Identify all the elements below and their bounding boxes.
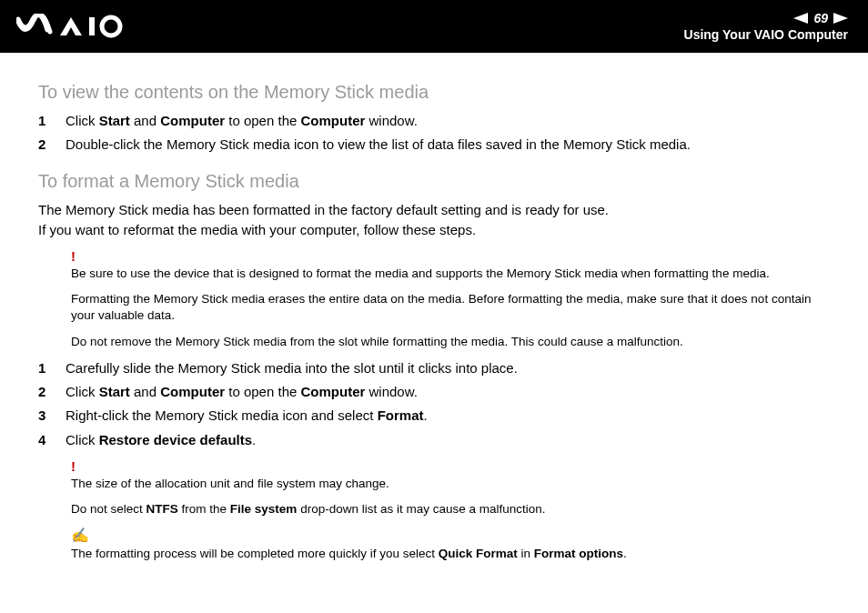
note-text: The formatting process will be completed… <box>71 546 832 562</box>
step-text: Click Start and Computer to open the Com… <box>66 112 418 130</box>
step-number: 1 <box>38 112 51 130</box>
step-text: Double-click the Memory Stick media icon… <box>66 136 691 154</box>
step-number: 1 <box>38 359 51 377</box>
list-item: 2 Click Start and Computer to open the C… <box>38 383 832 401</box>
step-text: Click Start and Computer to open the Com… <box>66 383 418 401</box>
steps-view: 1 Click Start and Computer to open the C… <box>38 112 832 155</box>
warning-icon: ! <box>71 248 832 264</box>
warning-text: The size of the allocation unit and file… <box>71 476 832 492</box>
intro-line-2: If you want to reformat the media with y… <box>38 221 832 239</box>
warning-block-1: ! Be sure to use the device that is desi… <box>71 248 832 350</box>
list-item: 1 Carefully slide the Memory Stick media… <box>38 359 832 377</box>
vaio-logo <box>16 14 126 39</box>
step-text: Click Restore device defaults. <box>66 431 256 449</box>
prev-page-arrow-icon[interactable] <box>793 13 808 24</box>
step-number: 3 <box>38 407 51 425</box>
header-bar: 69 Using Your VAIO Computer <box>0 0 868 53</box>
page-number: 69 <box>813 11 828 25</box>
section-title-format: To format a Memory Stick media <box>38 171 832 192</box>
step-text: Right-click the Memory Stick media icon … <box>66 407 428 425</box>
warning-text: Formatting the Memory Stick media erases… <box>71 291 832 324</box>
next-page-arrow-icon[interactable] <box>833 13 848 24</box>
warning-text: Be sure to use the device that is design… <box>71 266 832 282</box>
page-content: To view the contents on the Memory Stick… <box>0 53 868 599</box>
warning-icon: ! <box>71 458 832 474</box>
step-number: 2 <box>38 136 51 154</box>
step-number: 2 <box>38 383 51 401</box>
section-title-view: To view the contents on the Memory Stick… <box>38 82 832 103</box>
svg-marker-5 <box>833 13 848 24</box>
list-item: 1 Click Start and Computer to open the C… <box>38 112 832 130</box>
list-item: 3 Right-click the Memory Stick media ico… <box>38 407 832 425</box>
svg-point-3 <box>102 17 120 35</box>
warning-text: Do not remove the Memory Stick media fro… <box>71 334 832 350</box>
warning-text: Do not select NTFS from the File system … <box>71 501 832 518</box>
header-subtitle: Using Your VAIO Computer <box>684 27 848 42</box>
steps-format: 1 Carefully slide the Memory Stick media… <box>38 359 832 449</box>
warning-block-2: ! The size of the allocation unit and fi… <box>71 458 832 563</box>
list-item: 2 Double-click the Memory Stick media ic… <box>38 136 832 154</box>
header-right: 69 Using Your VAIO Computer <box>684 11 848 42</box>
step-number: 4 <box>38 431 51 449</box>
step-text: Carefully slide the Memory Stick media i… <box>66 359 518 377</box>
page-navigator: 69 <box>684 11 848 25</box>
svg-marker-4 <box>793 13 808 24</box>
svg-rect-2 <box>89 17 95 35</box>
note-icon: ✍ <box>71 527 832 544</box>
list-item: 4 Click Restore device defaults. <box>38 431 832 449</box>
intro-line-1: The Memory Stick media has been formatte… <box>38 201 832 219</box>
